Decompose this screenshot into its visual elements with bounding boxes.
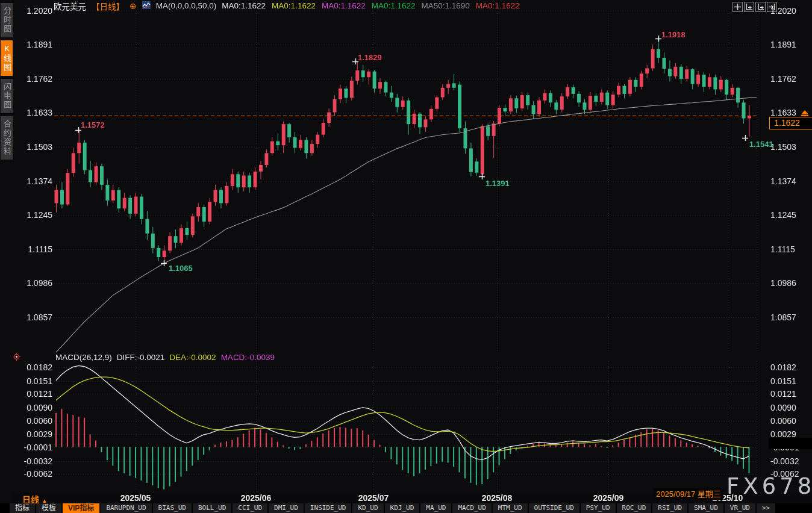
toolbar-tab--[interactable]: 指标 <box>10 503 35 513</box>
toolbar-tab-kdj_ud[interactable]: KDJ_UD <box>385 503 420 513</box>
macd-axis-tick-label: 0.0121 <box>770 389 796 399</box>
y-axis-tick-label: 1.1633 <box>770 108 796 117</box>
toolbar-tab-roc_ud[interactable]: ROC_UD <box>617 503 652 513</box>
price-annotation-label: 1.1829 <box>358 53 382 62</box>
period-label: 【日线】 <box>92 0 124 12</box>
macd-name-label: MACD(26,12,9) <box>55 353 112 362</box>
macd-diff-value: DIFF:-0.0021 <box>117 353 165 362</box>
ma-settings-label: MA(0,0,0,0,50,0) <box>156 1 217 10</box>
y-axis-tick-label: 1.1762 <box>15 74 52 84</box>
toolbar-tab--[interactable]: 模板 <box>36 503 61 513</box>
x-axis-month-label: 2025/08 <box>482 493 513 503</box>
price-annotation-label: 1.1572 <box>81 120 105 129</box>
ma-value-label: MA0:1.1622 <box>322 1 366 10</box>
sidebar: 分时图K线图闪电图合约资料 <box>0 0 13 513</box>
macd-axis-tick-label: 0.0029 <box>15 429 52 439</box>
y-axis-tick-label: 1.1891 <box>15 40 52 49</box>
macd-axis-tick-label: 0.0182 <box>15 362 52 372</box>
y-axis-tick-label: 1.1891 <box>770 40 796 49</box>
sidebar-item-flash-chart[interactable]: 闪电图 <box>1 79 13 113</box>
macd-axis-tick-label: 0.0151 <box>15 376 52 386</box>
toolbar-tab-inside_ud[interactable]: INSIDE_UD <box>305 503 352 513</box>
price-annotation-label: 1.1541 <box>749 140 773 149</box>
toolbar-tab-vr_ud[interactable]: VR_UD <box>725 503 755 513</box>
ma-value-label: MA0:1.1622 <box>222 1 266 10</box>
price-macd-chart-canvas[interactable] <box>0 0 812 513</box>
toolbar-tab-barupdn_ud[interactable]: BARUPDN_UD <box>101 503 151 513</box>
sidebar-item-minute-chart[interactable]: 分时图 <box>1 3 13 37</box>
y-axis-tick-label: 1.1503 <box>770 142 796 152</box>
ma-value-label: MA0:1.1622 <box>476 1 520 10</box>
macd-axis-tick-label: -0.0032 <box>15 456 52 466</box>
y-axis-tick-label: 1.1503 <box>15 142 52 152</box>
toolbar-tab-ma_ud[interactable]: MA_UD <box>420 503 451 513</box>
sidebar-item-kline-chart[interactable]: K线图 <box>1 40 13 76</box>
toolbar-tab-psy_ud[interactable]: PSY_UD <box>581 503 616 513</box>
indicator-target-icon[interactable] <box>13 352 20 363</box>
y-axis-tick-label: 1.2020 <box>770 6 796 16</box>
y-axis-tick-label: 1.0857 <box>770 312 796 322</box>
ma-value-label: MA0:1.1622 <box>372 1 416 10</box>
y-axis-tick-label: 1.1245 <box>770 210 796 220</box>
macd-macd-value: MACD:-0.0039 <box>221 353 275 362</box>
macd-header: MACD(26,12,9) DIFF:-0.0021 DEA:-0.0002 M… <box>55 353 275 362</box>
toolbar-tab-bias_ud[interactable]: BIAS_UD <box>153 503 192 513</box>
y-axis-tick-label: 1.2020 <box>15 6 52 16</box>
toolbar-tab-kd_ud[interactable]: KD_UD <box>352 503 383 513</box>
ma-values: MA0:1.1622MA0:1.1622MA0:1.1622MA0:1.1622… <box>222 1 519 10</box>
mini-chart-icon[interactable] <box>142 1 151 11</box>
toolbar-tab-rsi_ud[interactable]: RSI_UD <box>652 503 687 513</box>
macd-axis-tick-label: -0.0062 <box>15 469 52 479</box>
toolbar-tab-mtm_ud[interactable]: MTM_UD <box>493 503 528 513</box>
macd-axis-tick-label: 0.0090 <box>770 403 796 412</box>
y-axis-tick-label: 1.1374 <box>770 176 796 186</box>
crosshair-icon[interactable] <box>732 2 743 12</box>
current-date-box: 2025/09/17 星期三 <box>654 488 723 500</box>
toolbar-tab-sma_ud[interactable]: SMA_UD <box>689 503 723 513</box>
macd-axis-tick-label: -0.0001 <box>15 443 52 452</box>
toolbar-tab-outside_ud[interactable]: OUTSIDE_UD <box>529 503 579 513</box>
fx678-watermark: FX678 <box>726 473 812 499</box>
symbol-name: 欧元美元 <box>54 0 86 12</box>
toolbar-tab--[interactable]: >> <box>757 503 775 513</box>
toolbar-tab-macd_ud[interactable]: MACD_UD <box>452 503 491 513</box>
y-axis-tick-label: 1.0857 <box>15 312 52 322</box>
x-axis-month-label: 2025/05 <box>120 493 151 503</box>
price-annotation-label: 1.1918 <box>661 30 686 39</box>
macd-value-patch <box>769 438 812 449</box>
x-axis-month-label: 2025/09 <box>593 493 624 503</box>
x-axis-month-label: 2025/07 <box>358 493 389 503</box>
macd-axis-tick-label: 0.0182 <box>770 362 796 372</box>
macd-axis-tick-label: 0.0121 <box>15 389 52 399</box>
scale-left-icon[interactable] <box>744 2 754 12</box>
chart-header: 欧元美元 【日线】 ⊕ MA(0,0,0,0,50,0) MA0:1.1622M… <box>54 1 520 11</box>
y-axis-tick-label: 1.1115 <box>15 244 52 254</box>
price-annotation-label: 1.1065 <box>169 264 193 273</box>
y-axis-tick-label: 1.1374 <box>15 176 52 186</box>
ma-value-label: MA50:1.1690 <box>422 1 470 10</box>
toolbar-tab-boll_ud[interactable]: BOLL_UD <box>193 503 231 513</box>
toolbar-tab-cci_ud[interactable]: CCI_UD <box>233 503 267 513</box>
y-axis-tick-label: 1.0986 <box>770 278 796 288</box>
y-axis-tick-label: 1.1245 <box>15 210 52 220</box>
scale-right-icon[interactable] <box>755 2 766 12</box>
ma-value-label: MA0:1.1622 <box>272 1 316 10</box>
macd-axis-tick-label: 0.0060 <box>770 416 796 426</box>
y-axis-tick-label: 1.1115 <box>770 244 795 254</box>
y-axis-tick-label: 1.1762 <box>770 74 796 84</box>
y-axis-tick-label: 1.0986 <box>15 278 52 288</box>
macd-dea-value: DEA:-0.0002 <box>169 353 216 362</box>
current-price-tag: 1.1622 <box>769 117 812 129</box>
toolbar-tab-dmi_ud[interactable]: DMI_UD <box>269 503 304 513</box>
macd-axis-tick-label: 0.0090 <box>15 403 52 412</box>
chart-application: 分时图K线图闪电图合约资料 欧元美元 【日线】 ⊕ MA(0,0,0,0,50,… <box>0 0 812 513</box>
macd-axis-tick-label: 0.0060 <box>15 416 52 426</box>
indicator-toolbar: 指标模板VIP指标BARUPDN_UDBIAS_UDBOLL_UDCCI_UDD… <box>0 503 812 513</box>
add-indicator-icon[interactable]: ⊕ <box>130 1 137 11</box>
x-axis-month-label: 2025/06 <box>241 493 272 503</box>
sidebar-item-contract-info[interactable]: 合约资料 <box>1 116 13 160</box>
toolbar-tab-vip-[interactable]: VIP指标 <box>63 503 99 513</box>
macd-axis-tick-label: -0.0032 <box>770 456 799 466</box>
price-annotation-label: 1.1391 <box>486 179 510 188</box>
macd-axis-tick-label: 0.0151 <box>770 376 796 386</box>
